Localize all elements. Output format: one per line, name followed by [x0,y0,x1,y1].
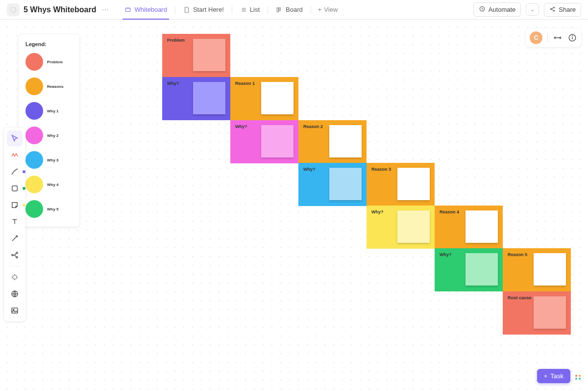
tab-board[interactable]: Board [270,0,309,20]
card-label: Root cause [503,291,534,335]
legend-color-swatch [25,151,43,169]
color-dot-icon [23,204,25,207]
svg-point-19 [16,257,18,258]
whiteboard-card[interactable]: Why? [298,163,367,206]
whiteboard-card[interactable]: Why? [367,206,435,249]
legend-color-swatch [25,127,43,144]
add-view-button[interactable]: + View [313,6,343,13]
sticky-note[interactable] [466,210,498,243]
card-label: Reason 2 [298,120,329,163]
sticky-note[interactable] [534,296,566,329]
share-icon [549,6,556,14]
cursor-tool[interactable] [7,130,23,146]
legend-panel[interactable]: Legend: ProblemReasonsWhy 1Why 2Why 3Why… [19,34,79,227]
legend-item[interactable]: Reasons [25,78,73,95]
card-label: Why? [298,163,329,206]
tab-list[interactable]: List [234,0,266,20]
sticky-note[interactable] [261,125,294,157]
web-tool[interactable] [7,286,23,302]
sticky-note[interactable] [261,82,294,114]
sticky-note[interactable] [193,39,225,71]
tab-separator [175,6,175,14]
sticky-note[interactable] [466,253,498,286]
legend-item[interactable]: Why 4 [25,176,73,193]
app-icon [7,3,20,16]
sticky-note[interactable] [397,210,430,243]
card-label: Reason 5 [503,248,534,291]
card-label: Why? [435,248,466,291]
info-icon[interactable] [567,33,577,43]
legend-color-swatch [25,53,43,71]
tab-separator [311,6,311,14]
whiteboard-card[interactable]: Why? [162,77,230,120]
tab-whiteboard[interactable]: Whiteboard [119,0,172,20]
new-task-button[interactable]: + Task [537,369,570,383]
whiteboard-card[interactable]: Reason 2 [298,120,367,163]
page-title: 5 Whys Whiteboard [24,5,96,14]
sticky-note[interactable] [397,168,430,200]
tab-start-here[interactable]: Start Here! [177,0,230,20]
pen-tool[interactable] [7,164,23,180]
whiteboard-card[interactable]: Root cause [503,291,571,335]
canvas-controls: C [526,28,581,47]
more-icon[interactable]: ⋯ [100,6,111,14]
legend-color-swatch [25,102,43,120]
svg-rect-16 [12,186,18,191]
svg-rect-21 [12,308,18,313]
legend-color-swatch [25,78,43,95]
shape-tool[interactable] [7,181,23,196]
doc-icon [183,6,190,13]
sparkle-tool[interactable] [7,269,23,285]
connector-tool[interactable] [7,231,23,246]
top-bar: 5 Whys Whiteboard ⋯ Whiteboard Start Her… [0,0,588,20]
svg-point-8 [550,8,551,9]
automate-icon [479,5,486,14]
svg-point-9 [554,7,555,8]
plus-icon: + [318,6,322,13]
fit-width-icon[interactable] [553,33,563,43]
card-label: Reason 4 [435,206,466,249]
whiteboard-card[interactable]: Reason 4 [435,206,503,249]
card-label: Why? [367,206,397,249]
sticky-note[interactable] [329,168,362,200]
legend-label: Why 2 [47,133,59,138]
whiteboard-card[interactable]: Why? [230,120,298,163]
legend-item[interactable]: Why 5 [25,200,73,218]
tab-label: Board [286,6,303,13]
whiteboard-card[interactable]: Reason 1 [230,77,298,120]
svg-line-11 [552,7,554,8]
view-label: View [324,6,338,13]
toolbar-separator [8,266,21,266]
top-right-controls: Automate ⌄ Share [473,2,581,17]
apps-icon[interactable] [573,372,583,382]
whiteboard-card[interactable]: Problem [162,34,230,77]
share-button[interactable]: Share [544,3,581,17]
sticky-note[interactable] [329,125,362,157]
legend-title: Legend: [25,41,73,47]
legend-color-swatch [25,200,43,218]
legend-item[interactable]: Why 2 [25,127,73,144]
ai-tool[interactable] [7,147,23,163]
legend-item[interactable]: Why 3 [25,151,73,169]
legend-item[interactable]: Problem [25,53,73,71]
image-tool[interactable] [7,303,23,318]
mindmap-tool[interactable] [7,247,23,263]
plus-icon: + [544,372,548,380]
user-avatar[interactable]: C [530,31,542,44]
separator [547,33,548,42]
whiteboard-card[interactable]: Reason 5 [503,248,571,291]
list-icon [240,6,247,13]
automate-dropdown[interactable]: ⌄ [526,3,539,16]
whiteboard-card[interactable]: Reason 3 [367,163,435,206]
svg-point-17 [12,255,13,256]
legend-label: Why 5 [47,207,59,211]
automate-button[interactable]: Automate [473,2,521,17]
whiteboard-canvas[interactable]: C Legend: ProblemReasonsWhy 1Why 2Why 3W… [0,20,588,391]
whiteboard-card[interactable]: Why? [435,248,503,291]
legend-item[interactable]: Why 1 [25,102,73,120]
sticky-note-tool[interactable] [7,197,23,213]
sticky-note[interactable] [193,82,225,114]
sticky-note[interactable] [534,253,566,286]
board-icon [276,6,283,13]
text-tool[interactable] [7,214,23,230]
